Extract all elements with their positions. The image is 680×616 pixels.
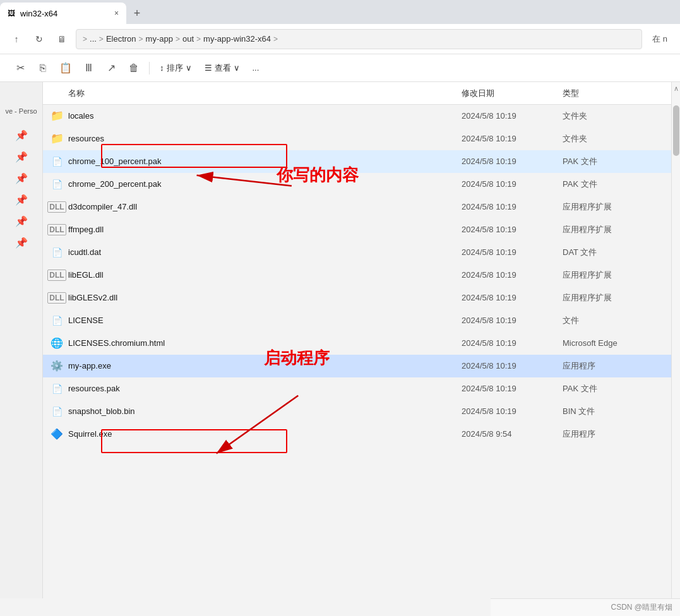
toolbar: ✂ ⎘ 📋 Ⅲ ↗ 🗑 ↕ 排序 ∨ ☰ 查看 ∨ ... [0, 54, 680, 82]
file-icon: 📄 [51, 155, 63, 168]
cut-btn[interactable]: ✂ [10, 58, 30, 78]
table-row[interactable]: DLL d3dcompiler_47.dll 2024/5/8 10:19 应用… [43, 196, 671, 218]
sidebar-pin-6[interactable]: 📌 [4, 234, 39, 251]
file-name: my-app.exe [68, 361, 462, 370]
table-row[interactable]: 🔷 Squirrel.exe 2024/5/8 9:54 应用程序 [43, 423, 671, 446]
table-row[interactable]: 📄 chrome_100_percent.pak 2024/5/8 10:19 … [43, 150, 671, 173]
breadcrumb-win32[interactable]: my-app-win32-x64 [203, 34, 271, 44]
browser-tabs: 🖼 win32-x64 × + [0, 0, 680, 24]
file-date: 2024/5/8 10:19 [462, 406, 563, 416]
file-type: PAK 文件 [563, 156, 664, 167]
breadcrumb-sep-0: > [83, 35, 87, 44]
file-list: 📁 locales 2024/5/8 10:19 文件夹 📁 resources… [43, 105, 671, 598]
file-name: libEGL.dll [68, 270, 462, 280]
sort-label: 排序 [167, 62, 183, 74]
file-date: 2024/5/8 10:19 [462, 316, 563, 325]
view-btn[interactable]: ☰ 查看 ∨ [200, 58, 245, 78]
file-date: 2024/5/8 10:19 [462, 157, 563, 166]
breadcrumb-sep-4: > [196, 35, 201, 44]
share-btn[interactable]: ↗ [101, 58, 121, 78]
copy-btn[interactable]: ⎘ [33, 58, 53, 78]
table-row[interactable]: 📄 LICENSE 2024/5/8 10:19 文件 [43, 309, 671, 332]
table-row[interactable]: 📁 locales 2024/5/8 10:19 文件夹 [43, 105, 671, 127]
file-type: 应用程序扩展 [563, 224, 664, 235]
col-header-name: 名称 [68, 88, 462, 99]
monitor-btn[interactable]: 🖥 [53, 30, 71, 48]
file-type: 文件 [563, 315, 664, 326]
table-row[interactable]: 🌐 LICENSES.chromium.html 2024/5/8 10:19 … [43, 332, 671, 355]
file-icon: DLL [51, 269, 63, 281]
file-name: chrome_100_percent.pak [68, 157, 462, 166]
col-header-type: 类型 [563, 88, 664, 99]
tab-icon: 🖼 [8, 9, 15, 18]
sidebar-pin-3[interactable]: 📌 [4, 169, 39, 187]
breadcrumb-out[interactable]: out [182, 34, 194, 44]
file-type: 应用程序扩展 [563, 270, 664, 281]
file-icon: 📄 [51, 314, 63, 327]
file-type: 应用程序 [563, 360, 664, 372]
file-type: BIN 文件 [563, 406, 664, 417]
file-type: 应用程序 [563, 429, 664, 440]
view-label: 查看 [215, 62, 231, 74]
file-name: snapshot_blob.bin [68, 406, 462, 416]
sidebar-pin-4[interactable]: 📌 [4, 191, 39, 208]
file-name: resources [68, 134, 462, 143]
sidebar-pin-1[interactable]: 📌 [4, 126, 39, 144]
scrollbar-thumb[interactable] [673, 105, 679, 156]
breadcrumb-electron[interactable]: Electron [106, 34, 136, 44]
table-row[interactable]: 📁 resources 2024/5/8 10:19 文件夹 [43, 127, 671, 150]
breadcrumb-sep-5: > [273, 35, 278, 44]
file-name: locales [68, 111, 462, 121]
table-row[interactable]: DLL ffmpeg.dll 2024/5/8 10:19 应用程序扩展 [43, 218, 671, 241]
file-date: 2024/5/8 10:19 [462, 338, 563, 348]
table-row[interactable]: DLL libEGL.dll 2024/5/8 10:19 应用程序扩展 [43, 264, 671, 287]
back-btn[interactable]: ↑ [8, 30, 25, 48]
col-header-date: 修改日期 [462, 88, 563, 99]
sidebar-pin-5[interactable]: 📌 [4, 212, 39, 230]
view-chevron: ∨ [234, 63, 240, 73]
file-type: 应用程序扩展 [563, 292, 664, 304]
tab-close-btn[interactable]: × [114, 9, 119, 18]
file-type: PAK 文件 [563, 179, 664, 190]
file-name: LICENSES.chromium.html [68, 338, 462, 348]
file-icon: 🔷 [51, 428, 63, 441]
refresh-btn[interactable]: ↻ [30, 30, 48, 48]
file-name: LICENSE [68, 316, 462, 325]
breadcrumb-sep-3: > [176, 35, 180, 44]
file-type: PAK 文件 [563, 383, 664, 394]
file-icon: DLL [51, 292, 63, 304]
file-date: 2024/5/8 10:19 [462, 293, 563, 302]
paste-btn[interactable]: 📋 [56, 58, 76, 78]
delete-btn[interactable]: 🗑 [124, 58, 144, 78]
tab-title: win32-x64 [20, 9, 57, 18]
sort-btn[interactable]: ↕ 排序 ∨ [155, 58, 197, 78]
table-row[interactable]: 📄 chrome_200_percent.pak 2024/5/8 10:19 … [43, 173, 671, 196]
file-icon: 📁 [51, 133, 63, 145]
sort-icon: ↕ [160, 63, 164, 73]
file-name: ffmpeg.dll [68, 225, 462, 234]
table-row[interactable]: 📄 icudtl.dat 2024/5/8 10:19 DAT 文件 [43, 241, 671, 264]
column-headers: 名称 修改日期 类型 [43, 82, 671, 105]
new-tab-btn[interactable]: + [126, 3, 148, 24]
breadcrumb-myapp[interactable]: my-app [146, 34, 173, 44]
file-date: 2024/5/8 10:19 [462, 202, 563, 211]
scrollbar[interactable]: ∧ [671, 82, 680, 598]
status-bar: CSDN @睛里有烟 [491, 598, 680, 616]
table-row[interactable]: 📄 resources.pak 2024/5/8 10:19 PAK 文件 [43, 377, 671, 400]
rename-btn[interactable]: Ⅲ [78, 58, 98, 78]
breadcrumb-dots[interactable]: ... [90, 34, 97, 44]
sort-chevron: ∨ [186, 63, 192, 73]
sidebar-pin-2[interactable]: 📌 [4, 148, 39, 165]
table-row[interactable]: ⚙️ my-app.exe 2024/5/8 10:19 应用程序 [43, 355, 671, 377]
table-row[interactable]: 📄 snapshot_blob.bin 2024/5/8 10:19 BIN 文… [43, 400, 671, 423]
more-btn[interactable]: ... [248, 58, 265, 78]
file-icon: 📄 [51, 178, 63, 191]
file-type: 应用程序扩展 [563, 201, 664, 213]
table-row[interactable]: DLL libGLESv2.dll 2024/5/8 10:19 应用程序扩展 [43, 287, 671, 309]
file-icon: ⚙️ [51, 360, 63, 372]
active-tab[interactable]: 🖼 win32-x64 × [0, 3, 126, 24]
file-date: 2024/5/8 9:54 [462, 429, 563, 439]
breadcrumb[interactable]: > ... > Electron > my-app > out > my-app… [76, 29, 642, 49]
address-right: 在 n [647, 33, 672, 45]
file-type: 文件夹 [563, 133, 664, 145]
